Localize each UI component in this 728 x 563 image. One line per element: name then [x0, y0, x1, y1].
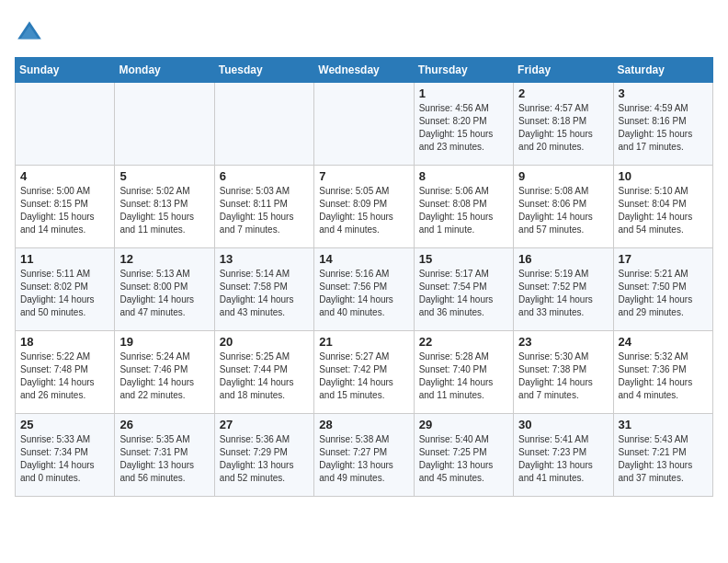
calendar-cell: 21Sunrise: 5:27 AMSunset: 7:42 PMDayligh…	[314, 331, 414, 414]
day-number: 7	[319, 169, 408, 183]
day-info: Sunrise: 5:43 AMSunset: 7:21 PMDaylight:…	[619, 433, 708, 485]
day-number: 26	[119, 418, 209, 431]
calendar-cell: 14Sunrise: 5:16 AMSunset: 7:56 PMDayligh…	[314, 248, 414, 331]
calendar-cell: 15Sunrise: 5:17 AMSunset: 7:54 PMDayligh…	[414, 248, 513, 331]
calendar-cell: 19Sunrise: 5:24 AMSunset: 7:46 PMDayligh…	[115, 331, 214, 414]
day-of-week-header: Saturday	[613, 58, 712, 83]
calendar-cell: 5Sunrise: 5:02 AMSunset: 8:13 PMDaylight…	[115, 166, 214, 248]
day-number: 21	[319, 335, 408, 349]
day-number: 12	[119, 252, 209, 266]
day-number: 3	[619, 86, 708, 100]
day-info: Sunrise: 5:33 AMSunset: 7:34 PMDaylight:…	[20, 433, 109, 485]
day-info: Sunrise: 4:59 AMSunset: 8:16 PMDaylight:…	[619, 102, 708, 154]
day-info: Sunrise: 4:57 AMSunset: 8:18 PMDaylight:…	[518, 102, 608, 154]
day-number: 4	[20, 169, 109, 183]
calendar-cell: 13Sunrise: 5:14 AMSunset: 7:58 PMDayligh…	[214, 248, 313, 331]
day-number: 15	[419, 252, 508, 266]
day-number: 6	[220, 169, 309, 183]
calendar-cell	[314, 83, 414, 166]
day-info: Sunrise: 5:41 AMSunset: 7:23 PMDaylight:…	[518, 433, 608, 485]
day-info: Sunrise: 5:17 AMSunset: 7:54 PMDaylight:…	[419, 268, 508, 319]
day-info: Sunrise: 5:16 AMSunset: 7:56 PMDaylight:…	[319, 268, 408, 319]
day-info: Sunrise: 5:22 AMSunset: 7:48 PMDaylight:…	[20, 350, 109, 402]
calendar-week-row: 4Sunrise: 5:00 AMSunset: 8:15 PMDaylight…	[16, 166, 713, 248]
day-info: Sunrise: 5:19 AMSunset: 7:52 PMDaylight:…	[518, 268, 608, 319]
calendar-cell: 3Sunrise: 4:59 AMSunset: 8:16 PMDaylight…	[613, 83, 712, 166]
day-number: 14	[319, 252, 408, 266]
calendar-week-row: 11Sunrise: 5:11 AMSunset: 8:02 PMDayligh…	[16, 248, 713, 331]
calendar-cell: 30Sunrise: 5:41 AMSunset: 7:23 PMDayligh…	[514, 414, 613, 497]
calendar-cell: 22Sunrise: 5:28 AMSunset: 7:40 PMDayligh…	[414, 331, 513, 414]
calendar-cell: 11Sunrise: 5:11 AMSunset: 8:02 PMDayligh…	[16, 248, 115, 331]
day-number: 23	[518, 335, 608, 349]
day-info: Sunrise: 5:14 AMSunset: 7:58 PMDaylight:…	[220, 268, 309, 319]
day-info: Sunrise: 5:25 AMSunset: 7:44 PMDaylight:…	[220, 350, 309, 402]
day-of-week-header: Friday	[514, 58, 613, 83]
calendar-cell: 10Sunrise: 5:10 AMSunset: 8:04 PMDayligh…	[613, 166, 712, 248]
day-info: Sunrise: 5:05 AMSunset: 8:09 PMDaylight:…	[319, 185, 408, 236]
calendar-cell: 8Sunrise: 5:06 AMSunset: 8:08 PMDaylight…	[414, 166, 513, 248]
day-number: 11	[20, 252, 109, 266]
logo-icon	[15, 18, 44, 48]
calendar-cell: 7Sunrise: 5:05 AMSunset: 8:09 PMDaylight…	[314, 166, 414, 248]
day-number: 17	[619, 252, 708, 266]
day-info: Sunrise: 5:24 AMSunset: 7:46 PMDaylight:…	[119, 350, 209, 402]
days-of-week-row: SundayMondayTuesdayWednesdayThursdayFrid…	[16, 58, 713, 83]
calendar-week-row: 1Sunrise: 4:56 AMSunset: 8:20 PMDaylight…	[16, 83, 713, 166]
calendar-cell: 2Sunrise: 4:57 AMSunset: 8:18 PMDaylight…	[514, 83, 613, 166]
calendar-week-row: 25Sunrise: 5:33 AMSunset: 7:34 PMDayligh…	[16, 414, 713, 497]
day-number: 1	[419, 86, 508, 100]
calendar-cell	[214, 83, 313, 166]
day-number: 16	[518, 252, 608, 266]
day-number: 20	[220, 335, 309, 349]
calendar-cell: 25Sunrise: 5:33 AMSunset: 7:34 PMDayligh…	[16, 414, 115, 497]
calendar-cell: 4Sunrise: 5:00 AMSunset: 8:15 PMDaylight…	[16, 166, 115, 248]
day-info: Sunrise: 5:00 AMSunset: 8:15 PMDaylight:…	[20, 185, 109, 236]
day-info: Sunrise: 5:10 AMSunset: 8:04 PMDaylight:…	[619, 185, 708, 236]
day-of-week-header: Tuesday	[214, 58, 313, 83]
day-number: 8	[419, 169, 508, 183]
day-number: 5	[119, 169, 209, 183]
calendar-cell: 9Sunrise: 5:08 AMSunset: 8:06 PMDaylight…	[514, 166, 613, 248]
day-info: Sunrise: 5:13 AMSunset: 8:00 PMDaylight:…	[119, 268, 209, 319]
day-info: Sunrise: 5:32 AMSunset: 7:36 PMDaylight:…	[619, 350, 708, 402]
day-number: 27	[220, 418, 309, 431]
calendar-cell: 18Sunrise: 5:22 AMSunset: 7:48 PMDayligh…	[16, 331, 115, 414]
calendar-body: 1Sunrise: 4:56 AMSunset: 8:20 PMDaylight…	[16, 83, 713, 497]
day-number: 9	[518, 169, 608, 183]
day-number: 30	[518, 418, 608, 431]
day-number: 24	[619, 335, 708, 349]
calendar-cell: 23Sunrise: 5:30 AMSunset: 7:38 PMDayligh…	[514, 331, 613, 414]
calendar-cell: 20Sunrise: 5:25 AMSunset: 7:44 PMDayligh…	[214, 331, 313, 414]
calendar-cell: 28Sunrise: 5:38 AMSunset: 7:27 PMDayligh…	[314, 414, 414, 497]
day-info: Sunrise: 5:27 AMSunset: 7:42 PMDaylight:…	[319, 350, 408, 402]
day-number: 2	[518, 86, 608, 100]
calendar-cell: 26Sunrise: 5:35 AMSunset: 7:31 PMDayligh…	[115, 414, 214, 497]
day-number: 19	[119, 335, 209, 349]
day-info: Sunrise: 5:36 AMSunset: 7:29 PMDaylight:…	[220, 433, 309, 485]
day-number: 22	[419, 335, 508, 349]
day-number: 10	[619, 169, 708, 183]
day-info: Sunrise: 5:06 AMSunset: 8:08 PMDaylight:…	[419, 185, 508, 236]
day-number: 13	[220, 252, 309, 266]
day-info: Sunrise: 5:28 AMSunset: 7:40 PMDaylight:…	[419, 350, 508, 402]
day-info: Sunrise: 5:40 AMSunset: 7:25 PMDaylight:…	[419, 433, 508, 485]
day-info: Sunrise: 5:30 AMSunset: 7:38 PMDaylight:…	[518, 350, 608, 402]
day-of-week-header: Wednesday	[314, 58, 414, 83]
day-info: Sunrise: 5:08 AMSunset: 8:06 PMDaylight:…	[518, 185, 608, 236]
calendar-cell: 29Sunrise: 5:40 AMSunset: 7:25 PMDayligh…	[414, 414, 513, 497]
calendar-header: SundayMondayTuesdayWednesdayThursdayFrid…	[16, 58, 713, 83]
day-of-week-header: Monday	[115, 58, 214, 83]
calendar-week-row: 18Sunrise: 5:22 AMSunset: 7:48 PMDayligh…	[16, 331, 713, 414]
day-number: 25	[20, 418, 109, 431]
page-header	[15, 15, 713, 48]
day-info: Sunrise: 5:38 AMSunset: 7:27 PMDaylight:…	[319, 433, 408, 485]
day-number: 18	[20, 335, 109, 349]
calendar-cell: 1Sunrise: 4:56 AMSunset: 8:20 PMDaylight…	[414, 83, 513, 166]
day-info: Sunrise: 5:21 AMSunset: 7:50 PMDaylight:…	[619, 268, 708, 319]
calendar-cell: 24Sunrise: 5:32 AMSunset: 7:36 PMDayligh…	[613, 331, 712, 414]
calendar-cell: 27Sunrise: 5:36 AMSunset: 7:29 PMDayligh…	[214, 414, 313, 497]
calendar-cell: 6Sunrise: 5:03 AMSunset: 8:11 PMDaylight…	[214, 166, 313, 248]
day-of-week-header: Sunday	[16, 58, 115, 83]
day-info: Sunrise: 5:02 AMSunset: 8:13 PMDaylight:…	[119, 185, 209, 236]
